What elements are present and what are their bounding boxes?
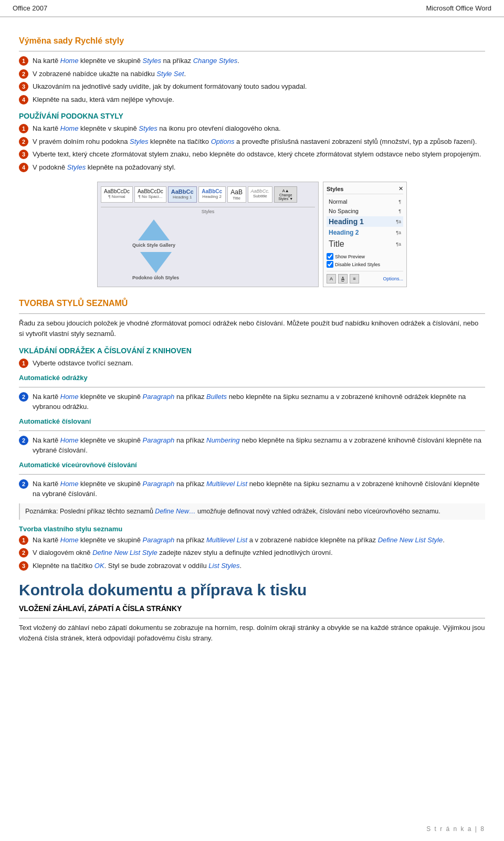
section1-title: Výměna sady Rychlé styly (19, 36, 485, 46)
circle-os2: 2 (19, 548, 28, 558)
circle-4: 4 (19, 95, 28, 104)
circle-an: 2 (19, 436, 28, 445)
style-normal[interactable]: AaBbCcDc ¶ Normal (101, 186, 133, 203)
style-subtitle[interactable]: AaBbCc. Subtitle (248, 186, 273, 203)
circle-v1: 1 (19, 359, 28, 368)
circle-s2-1: 1 (19, 124, 28, 133)
style-nospace[interactable]: AaBbCcDc ¶ No Spaci... (134, 186, 166, 203)
section4-big-title: Kontrola dokumentu a příprava k tisku (19, 581, 485, 599)
section1-item3-text: Ukazováním na jednotlivé sady uvidíte, j… (33, 81, 485, 92)
auto-numbering-item: 2 Na kartě Home klepněte ve skupině Para… (19, 435, 485, 456)
section1-item1: 1 Na kartě Home klepněte ve skupině Styl… (19, 56, 485, 66)
panel-nospace[interactable]: No Spacing ¶ (327, 207, 403, 215)
main-content: Výměna sady Rychlé styly 1 Na kartě Home… (0, 17, 504, 678)
section2-item2: 2 V pravém dolním rohu podokna Styles kl… (19, 136, 485, 147)
show-preview-row: Show Preview (327, 253, 403, 260)
section4-divider (19, 618, 485, 618)
auto-numbering-divider (19, 430, 485, 431)
panel-title-icon: ¶a (396, 241, 401, 247)
section3-divider (19, 313, 485, 314)
style-heading1[interactable]: AaBbCc Heading 1 (168, 186, 197, 203)
panel-normal-icon: ¶ (398, 199, 401, 204)
ribbon-mockup: AaBbCcDc ¶ Normal AaBbCcDc ¶ No Spaci...… (97, 182, 319, 287)
circle-ab: 2 (19, 392, 28, 402)
section1-item3: 3 Ukazováním na jednotlivé sady uvidíte,… (19, 81, 485, 92)
own-style-title: Tvorba vlastního stylu seznamu (19, 525, 485, 533)
vkladani-item1-text: Vyberte odstavce tvořící seznam. (33, 358, 485, 369)
auto-bullets-item: 2 Na kartě Home klepněte ve skupině Para… (19, 392, 485, 412)
panel-normal[interactable]: Normal ¶ (327, 197, 403, 206)
panel-title-style[interactable]: Title ¶a (327, 238, 403, 250)
section1-item4: 4 Klepněte na sadu, která vám nejlépe vy… (19, 94, 485, 105)
panel-heading1-label: Heading 1 (329, 217, 364, 226)
disable-linked-checkbox[interactable] (327, 261, 333, 268)
auto-multilevel-text: Na kartě Home klepněte ve skupině Paragr… (33, 479, 485, 499)
page-header: Office 2007 Microsoft Office Word (0, 0, 504, 17)
circle-3: 3 (19, 82, 28, 91)
section2-item1-text: Na kartě Home klepněte v skupině Styles … (33, 123, 485, 134)
panel-heading1-icon: ¶a (396, 219, 401, 224)
auto-numbering-title: Automatické číslovaní (19, 417, 485, 425)
panel-bottom-row: A A̲ ≡ Options... (327, 271, 403, 283)
circle-am: 2 (19, 479, 28, 489)
style-title[interactable]: AaB Title (227, 186, 246, 203)
panel-title: Styles (327, 186, 343, 192)
section1-item1-text: Na kartě Home klepněte ve skupině Styles… (33, 56, 485, 66)
auto-bullets-text: Na kartě Home klepněte ve skupině Paragr… (33, 392, 485, 412)
arrow-up: Quick Style Gallery (132, 219, 175, 248)
own-style-item2: 2 V dialogovém okně Define New List Styl… (19, 548, 485, 558)
section2-item2-text: V pravém dolním rohu podokna Styles klep… (33, 136, 485, 147)
circle-os1: 1 (19, 535, 28, 545)
disable-linked-label: Disable Linked Styles (335, 262, 380, 267)
panel-heading2[interactable]: Heading 2 ¶a (327, 228, 403, 237)
panel-icon-btn2[interactable]: A̲ (338, 274, 348, 283)
panel-heading1[interactable]: Heading 1 ¶a (327, 216, 403, 227)
section2-item4-text: V podokně Styles klepněte na požadovaný … (33, 162, 485, 173)
section1-divider (19, 51, 485, 51)
style-heading2[interactable]: AaBbCc Heading 2 (198, 186, 226, 203)
panel-icon-btn1[interactable]: A (327, 274, 336, 283)
panel-heading2-label: Heading 2 (329, 229, 359, 236)
panel-close-btn[interactable]: ✕ (398, 185, 403, 192)
section1-item2-text: V zobrazené nabídce ukažte na nabídku St… (33, 69, 485, 79)
section1-item4-text: Klepněte na sadu, která vám nejlépe vyho… (33, 94, 485, 105)
panel-nospace-label: No Spacing (329, 208, 359, 214)
screenshot-area: AaBbCcDc ¶ Normal AaBbCcDc ¶ No Spaci...… (19, 182, 485, 287)
change-styles-btn[interactable]: A▲ ChangeStyles ▼ (274, 186, 297, 203)
auto-bullets-title: Automatické odrážky (19, 374, 485, 382)
page-footer: S t r á n k a | 8 (426, 825, 485, 833)
panel-icon-btn3[interactable]: ≡ (350, 274, 359, 283)
circle-s2-3: 3 (19, 150, 28, 159)
section2-item1: 1 Na kartě Home klepněte v skupině Style… (19, 123, 485, 134)
panel-heading2-icon: ¶a (396, 230, 401, 235)
auto-numbering-text: Na kartě Home klepněte ve skupině Paragr… (33, 435, 485, 456)
nota-box: Poznámka: Poslední příkaz těchto seznamů… (19, 503, 485, 520)
section2-title: POUŽÍVÁNÍ PODOKNA STYLY (19, 112, 485, 120)
panel-normal-label: Normal (329, 198, 347, 205)
circle-1: 1 (19, 56, 28, 66)
arrow-down: Podokno úloh Styles (132, 252, 179, 280)
section2-item3: 3 Vyberte text, který chcete zformátovat… (19, 149, 485, 160)
header-right: Microsoft Office Word (426, 4, 492, 12)
section3-para1: Řadu za sebou jdoucích položek je vhodné… (19, 318, 485, 339)
section3-title: TVORBA STYLŮ SEZNAMŮ (19, 299, 485, 308)
vkladani-title: VKLÁDÁNÍ ODRÁŽEK A ČÍSLOVÁNÍ Z KNIHOVEN (19, 346, 485, 355)
auto-multilevel-title: Automatické víceúrovňové číslování (19, 461, 485, 469)
vkladani-item1: 1 Vyberte odstavce tvořící seznam. (19, 358, 485, 369)
circle-s2-2: 2 (19, 137, 28, 146)
own-style-item1-text: Na kartě Home klepněte ve skupině Paragr… (33, 535, 485, 545)
styles-row: AaBbCcDc ¶ Normal AaBbCcDc ¶ No Spaci...… (101, 186, 297, 203)
ribbon-styles-label: Styles (101, 207, 315, 214)
circle-s2-4: 4 (19, 163, 28, 172)
own-style-item1: 1 Na kartě Home klepněte ve skupině Para… (19, 535, 485, 545)
section2-item3-text: Vyberte text, který chcete zformátovat s… (33, 149, 485, 160)
own-style-item3: 3 Klepněte na tlačítko OK. Styl se bude … (19, 561, 485, 571)
auto-multilevel-divider (19, 474, 485, 475)
panel-nospace-icon: ¶ (398, 208, 401, 214)
auto-multilevel-item: 2 Na kartě Home klepněte ve skupině Para… (19, 479, 485, 499)
show-preview-checkbox[interactable] (327, 253, 333, 260)
panel-options-link[interactable]: Options... (383, 276, 403, 281)
header-left: Office 2007 (13, 4, 47, 12)
section1-item2: 2 V zobrazené nabídce ukažte na nabídku … (19, 69, 485, 79)
disable-linked-row: Disable Linked Styles (327, 261, 403, 268)
